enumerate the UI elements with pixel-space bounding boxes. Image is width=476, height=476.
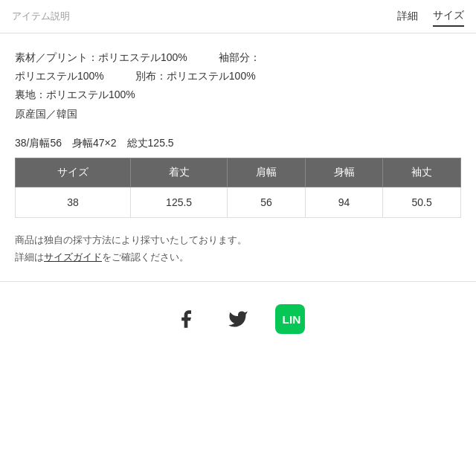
col-header-shoulder: 肩幅 bbox=[228, 158, 306, 187]
twitter-button[interactable] bbox=[223, 304, 253, 334]
line-button[interactable]: LINE bbox=[275, 304, 305, 334]
cell-width: 94 bbox=[305, 187, 383, 217]
table-row: 38 125.5 56 94 50.5 bbox=[16, 187, 461, 217]
size-summary: 38/肩幅56 身幅47×2 総丈125.5 bbox=[15, 137, 461, 150]
nav-left-section: アイテム説明 bbox=[12, 10, 382, 23]
size-guide-link[interactable]: サイズガイド bbox=[44, 251, 102, 263]
main-content: 素材／プリント：ポリエステル100% 袖部分： ポリエステル100% 別布：ポリ… bbox=[0, 33, 476, 266]
cell-sleeve: 50.5 bbox=[383, 187, 461, 217]
nav-item-detail[interactable]: 詳細 bbox=[397, 7, 418, 26]
cell-length: 125.5 bbox=[131, 187, 228, 217]
cell-shoulder: 56 bbox=[228, 187, 306, 217]
size-table: サイズ 着丈 肩幅 身幅 袖丈 38 125.5 56 94 50.5 bbox=[15, 158, 461, 218]
top-navigation: アイテム説明 詳細 サイズ bbox=[0, 0, 476, 33]
section-divider bbox=[0, 281, 476, 282]
material-info: 素材／プリント：ポリエステル100% 袖部分： ポリエステル100% 別布：ポリ… bbox=[15, 48, 461, 123]
size-note-pre: 詳細は bbox=[15, 251, 44, 263]
size-note-line1: 商品は独自の採寸方法により採寸いたしております。 bbox=[15, 234, 247, 245]
size-note-post: をご確認ください。 bbox=[102, 251, 189, 263]
material-line3: 裏地：ポリエステル100% bbox=[15, 89, 135, 100]
col-header-length: 着丈 bbox=[131, 158, 228, 187]
col-header-sleeve: 袖丈 bbox=[383, 158, 461, 187]
col-header-size: サイズ bbox=[16, 158, 131, 187]
material-line1: 素材／プリント：ポリエステル100% 袖部分： bbox=[15, 51, 260, 63]
material-line4: 原産国／韓国 bbox=[15, 108, 77, 120]
size-note: 商品は独自の採寸方法により採寸いたしております。 詳細はサイズガイドをご確認くだ… bbox=[15, 231, 461, 266]
line-icon-background: LINE bbox=[275, 304, 305, 334]
facebook-button[interactable] bbox=[171, 304, 201, 334]
material-line2: ポリエステル100% 別布：ポリエステル100% bbox=[15, 70, 256, 82]
cell-size: 38 bbox=[16, 187, 131, 217]
col-header-width: 身幅 bbox=[305, 158, 383, 187]
svg-text:LINE: LINE bbox=[283, 312, 301, 325]
nav-left-label: アイテム説明 bbox=[12, 10, 70, 22]
table-header-row: サイズ 着丈 肩幅 身幅 袖丈 bbox=[16, 158, 461, 187]
nav-item-size[interactable]: サイズ bbox=[433, 6, 464, 27]
social-bar: LINE bbox=[0, 297, 476, 341]
